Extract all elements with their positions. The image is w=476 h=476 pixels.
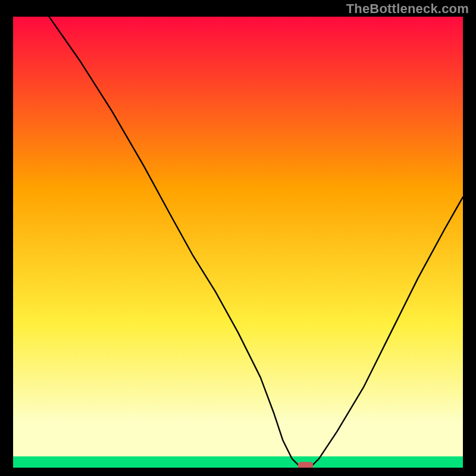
chart-frame: TheBottleneck.com [0,0,476,476]
watermark-label: TheBottleneck.com [346,1,469,17]
green-band [13,456,463,468]
gradient-background [13,17,463,468]
optimal-marker [298,462,314,468]
bottleneck-chart [13,17,463,468]
